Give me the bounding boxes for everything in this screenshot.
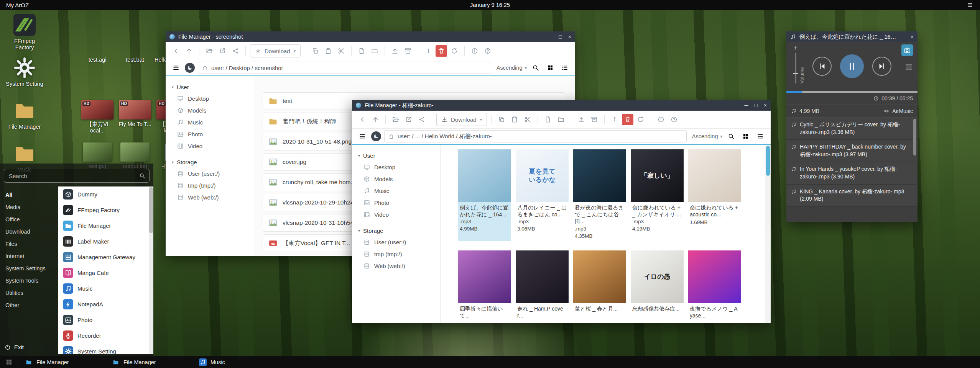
desktop-file[interactable]: test.bat (116, 57, 154, 63)
back-button[interactable] (357, 114, 368, 125)
dark-mode-toggle[interactable] (185, 63, 195, 73)
file-tile[interactable]: 君が夜の海に還るまで _ こんにちは谷田... .mp3 4.35MB (573, 149, 626, 241)
open-external-button[interactable] (403, 114, 414, 125)
paste-button[interactable] (322, 45, 334, 57)
sidebar-section-user[interactable]: ▾ User (352, 150, 440, 161)
titlebar[interactable]: 例えば、今此処に置かれた花に _ 164 c... ─ × (786, 31, 918, 42)
up-button[interactable] (370, 114, 381, 125)
sidebar-item[interactable]: Models (352, 173, 440, 185)
path-input[interactable]: user: / ... / Hello World / 柘榴-zakuro- (384, 130, 687, 142)
rename-button[interactable]: I (609, 114, 620, 125)
desktop-shortcut[interactable]: File Manager (3, 100, 46, 142)
maximize-button[interactable]: □ (559, 34, 562, 39)
help-button[interactable] (482, 45, 493, 57)
playlist-item[interactable]: KING _ Kanaria cover. by 柘榴-zakuro-.mp3 … (786, 185, 918, 207)
up-button[interactable] (183, 45, 195, 57)
app-list-item[interactable]: NotepadA (58, 296, 153, 312)
refresh-button[interactable] (635, 114, 646, 125)
sidebar-item[interactable]: Web (web:/) (166, 191, 254, 203)
sidebar-item[interactable]: Web (web:/) (352, 260, 440, 272)
back-button[interactable] (170, 45, 182, 57)
open-folder-button[interactable] (204, 45, 215, 57)
app-list-item[interactable]: Dummy (58, 186, 153, 202)
file-tile[interactable]: 夜撫でるメノウ _ Ayase... (688, 250, 741, 323)
sidebar-item[interactable]: Video (352, 209, 440, 221)
category-item[interactable]: Download (0, 226, 58, 238)
sidebar-toggle-button[interactable] (170, 62, 182, 74)
airmusic-button[interactable]: AirMusic (884, 108, 913, 114)
rename-button[interactable]: I (423, 45, 434, 57)
download-button[interactable]: Download ▾ (436, 113, 487, 126)
new-folder-button[interactable] (555, 114, 567, 125)
sidebar-item[interactable]: tmp (tmp:/) (352, 248, 440, 260)
app-list-item[interactable]: Music (58, 281, 153, 296)
app-list-scrollbar[interactable] (149, 186, 153, 354)
close-button[interactable]: × (764, 103, 767, 108)
sort-dropdown[interactable]: Ascending ▾ (692, 133, 722, 139)
maximize-button[interactable]: □ (754, 103, 757, 108)
hamburger-menu-icon[interactable] (966, 2, 974, 8)
desktop-file[interactable]: test.agi (79, 57, 116, 63)
archive-button[interactable] (402, 45, 414, 57)
app-list-item[interactable]: File Manager (58, 218, 153, 234)
file-tile[interactable]: 菫と桜 _ 春と月... (573, 250, 626, 323)
desktop-shortcut[interactable]: System Setting (3, 57, 46, 100)
info-button[interactable] (469, 45, 480, 57)
minimize-button[interactable]: ─ (901, 34, 904, 39)
titlebar[interactable]: File Manager - 柘榴-zakuro- ─ □ × (352, 100, 771, 111)
category-item[interactable]: Files (0, 238, 58, 250)
app-list-item[interactable]: System Setting (58, 343, 153, 354)
desktop-shortcut[interactable]: FFmpeg Factory (3, 14, 46, 57)
category-item[interactable]: Other (0, 299, 58, 311)
desktop-file[interactable]: HD 【東方Vl ocal... (79, 100, 116, 134)
sidebar-toggle-button[interactable] (357, 131, 368, 142)
open-folder-button[interactable] (390, 114, 401, 125)
help-button[interactable] (668, 114, 680, 125)
previous-track-button[interactable] (812, 57, 832, 76)
list-view-button[interactable] (755, 131, 766, 142)
app-list-item[interactable]: Management Gateway (58, 249, 153, 265)
sidebar-item[interactable]: Photo (166, 128, 254, 140)
share-button[interactable] (416, 114, 428, 125)
playlist-item[interactable]: HAPPY BIRTHDAY _ back number cover. by 柘… (786, 140, 918, 162)
category-item[interactable]: Utilities (0, 287, 58, 299)
sidebar-item[interactable]: Photo (352, 197, 440, 209)
download-button[interactable]: Download ▾ (250, 44, 301, 57)
app-list-item[interactable]: Label Maker (58, 234, 153, 249)
grid-view-button[interactable] (544, 62, 556, 74)
refresh-button[interactable] (449, 45, 460, 57)
playlist-item[interactable]: Cynic _ ポリスピカデリー cover. by 柘榴-zakuro-.mp… (786, 118, 918, 140)
minimize-button[interactable]: ─ (744, 103, 748, 108)
category-item[interactable]: Internet (0, 250, 58, 262)
copy-button[interactable] (309, 45, 321, 57)
search-input[interactable] (4, 173, 149, 179)
copy-button[interactable] (496, 114, 507, 125)
search-button[interactable] (530, 62, 541, 74)
next-track-button[interactable] (872, 57, 891, 76)
file-tile[interactable]: 命に嫌われている + acoustic co... 1.69MB (688, 149, 741, 241)
sidebar-item[interactable]: Desktop (166, 93, 254, 105)
open-external-button[interactable] (217, 45, 228, 57)
archive-button[interactable] (589, 114, 600, 125)
cut-button[interactable] (335, 45, 347, 57)
grid-scrollbar[interactable] (765, 145, 771, 323)
minimize-button[interactable]: ─ (549, 34, 552, 39)
grid-view-button[interactable] (740, 131, 751, 142)
file-tile[interactable]: 「寂しい」 命に嫌われている + _ カンザキイオリ ... .mp3 4.19… (631, 149, 684, 241)
new-folder-button[interactable] (369, 45, 380, 57)
app-list-item[interactable]: Photo (58, 312, 153, 328)
file-tile[interactable]: 夏を見て いるかな 八月のレイニー _ はるまきごはん co... .mp3 3… (516, 149, 569, 241)
sidebar-item[interactable]: tmp (tmp:/) (166, 180, 254, 191)
sidebar-section-storage[interactable]: ▾ Storage (352, 225, 440, 236)
category-item[interactable]: Media (0, 201, 58, 213)
sidebar-item[interactable]: Models (166, 105, 254, 116)
close-button[interactable]: × (568, 34, 571, 39)
app-launcher-button[interactable] (0, 356, 18, 368)
sidebar-item[interactable]: User (user:/) (166, 168, 254, 180)
sidebar-item[interactable]: User (user:/) (352, 236, 440, 248)
delete-button[interactable] (622, 114, 633, 125)
new-file-button[interactable] (542, 114, 554, 125)
info-button[interactable] (655, 114, 667, 125)
aroz-menu-button[interactable]: My ArOZ (6, 2, 29, 8)
dark-mode-toggle[interactable] (371, 131, 381, 141)
